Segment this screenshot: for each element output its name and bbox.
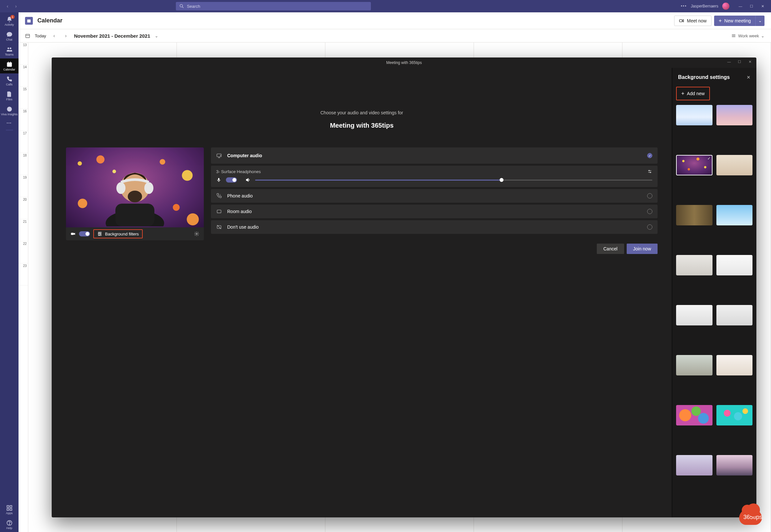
cancel-button[interactable]: Cancel (597, 244, 624, 254)
rail-chat[interactable]: Chat (0, 29, 19, 44)
search-icon (179, 4, 184, 9)
camera-toggle[interactable] (79, 231, 90, 236)
time-slot: 21 (19, 219, 28, 241)
next-week-button[interactable]: › (62, 32, 69, 39)
svg-point-14 (9, 524, 10, 525)
svg-point-35 (650, 172, 651, 173)
video-settings-button[interactable] (194, 231, 199, 236)
modal-content: Choose your audio and video settings for… (52, 68, 672, 517)
svg-rect-36 (218, 178, 220, 180)
microphone-toggle[interactable] (226, 177, 237, 183)
nav-forward-button[interactable]: › (12, 3, 19, 10)
rail-teams[interactable]: Teams (0, 44, 19, 58)
more-icon[interactable]: ••• (681, 4, 687, 8)
computer-audio-icon (216, 153, 222, 158)
background-thumbnail[interactable] (716, 405, 753, 425)
time-slot: 18 (19, 153, 28, 175)
today-button[interactable]: Today (35, 33, 46, 38)
new-meeting-chevron[interactable]: ⌄ (755, 16, 765, 26)
meet-now-button[interactable]: Meet now (674, 16, 712, 26)
background-thumbnail[interactable] (676, 205, 713, 225)
chat-icon (6, 31, 13, 38)
background-thumbnail[interactable] (676, 455, 713, 475)
svg-point-33 (649, 170, 650, 171)
rail-help[interactable]: Help (0, 517, 19, 532)
background-thumbnail[interactable] (676, 155, 713, 175)
background-thumbnail[interactable] (716, 255, 753, 275)
rail-files-label: Files (6, 98, 12, 101)
avatar[interactable] (722, 3, 729, 10)
rail-help-label: Help (6, 526, 12, 530)
rail-files[interactable]: Files (0, 88, 19, 103)
audio-phone-option[interactable]: Phone audio (211, 189, 658, 203)
svg-point-2 (7, 47, 9, 49)
title-bar: ‹ › Search ••• JasperBernaers — ☐ ✕ (0, 0, 771, 12)
audio-computer-option[interactable]: Computer audio (211, 147, 658, 164)
modal-minimize-button[interactable]: — (725, 57, 734, 66)
audio-settings-button[interactable] (647, 169, 652, 174)
time-slot: 19 (19, 175, 28, 197)
svg-point-3 (9, 47, 11, 49)
more-icon: ••• (7, 121, 12, 125)
background-thumbnail[interactable] (676, 405, 713, 425)
background-filters-button[interactable]: Background filters (93, 229, 143, 238)
modal-footer: Cancel Join now (211, 244, 658, 254)
minimize-button[interactable]: — (736, 3, 745, 10)
background-thumbnail[interactable] (676, 105, 713, 125)
close-button[interactable]: ✕ (758, 3, 767, 10)
svg-rect-28 (71, 233, 74, 235)
new-meeting-button[interactable]: + New meeting (714, 16, 755, 26)
background-thumbnail[interactable] (676, 355, 713, 375)
background-thumbnail[interactable] (716, 105, 753, 125)
background-thumbnail[interactable] (716, 155, 753, 175)
background-thumbnail[interactable] (676, 255, 713, 275)
date-range: November 2021 - December 2021 (74, 33, 150, 39)
radio-icon (647, 224, 652, 230)
join-now-button[interactable]: Join now (627, 244, 658, 254)
add-new-background-button[interactable]: + Add new (676, 87, 710, 100)
video-icon (679, 18, 684, 23)
modal-maximize-button[interactable]: ☐ (735, 57, 744, 66)
video-preview-card: Background filters (66, 147, 204, 254)
time-slot: 14 (19, 65, 28, 87)
rail-calendar[interactable]: Calendar (0, 58, 19, 73)
camera-icon (70, 231, 76, 236)
rail-calls[interactable]: Calls (0, 73, 19, 88)
audio-device-settings: 3- Surface Headphones (211, 166, 658, 187)
list-icon (731, 33, 736, 38)
rail-activity[interactable]: 1 Activity (0, 14, 19, 29)
rail-apps[interactable]: Apps (0, 502, 19, 517)
maximize-button[interactable]: ☐ (747, 3, 756, 10)
volume-slider[interactable] (255, 180, 652, 181)
prev-week-button[interactable]: ‹ (51, 32, 58, 39)
phone-icon (6, 76, 13, 82)
background-thumbnail[interactable] (716, 305, 753, 325)
prejoin-prompt: Choose your audio and video settings for (66, 110, 658, 115)
view-selector[interactable]: Work week ⌄ (731, 33, 765, 38)
background-thumbnail[interactable] (676, 305, 713, 325)
main-area: Calendar Meet now + New meeting ⌄ Today … (19, 12, 771, 532)
panel-close-button[interactable]: ✕ (747, 75, 751, 80)
audio-none-option[interactable]: Don't use audio (211, 220, 658, 234)
window-controls: — ☐ ✕ (736, 3, 767, 10)
rail-calls-label: Calls (6, 83, 12, 86)
rail-insights-label: Viva Insights (1, 113, 18, 116)
background-thumbnail[interactable] (716, 455, 753, 475)
range-chevron-icon[interactable]: ⌄ (155, 33, 158, 38)
svg-rect-17 (26, 34, 30, 38)
svg-point-30 (196, 233, 197, 234)
audio-options: Computer audio 3- Surface Headphones (211, 147, 658, 254)
background-thumbnail[interactable] (716, 355, 753, 375)
audio-room-option[interactable]: Room audio (211, 205, 658, 218)
prejoin-modal: Meeting with 365tips — ☐ ✕ Choose your a… (52, 57, 756, 517)
rail-separator (6, 130, 13, 130)
background-thumbnail[interactable] (716, 205, 753, 225)
search-box[interactable]: Search (176, 2, 371, 10)
nav-back-button[interactable]: ‹ (4, 3, 11, 10)
plus-icon: + (719, 18, 722, 24)
svg-point-26 (116, 182, 125, 194)
rail-insights[interactable]: Viva Insights (0, 103, 19, 118)
modal-close-button[interactable]: ✕ (745, 57, 754, 66)
rail-more[interactable]: ••• (0, 118, 19, 128)
speaker-icon (246, 177, 251, 183)
